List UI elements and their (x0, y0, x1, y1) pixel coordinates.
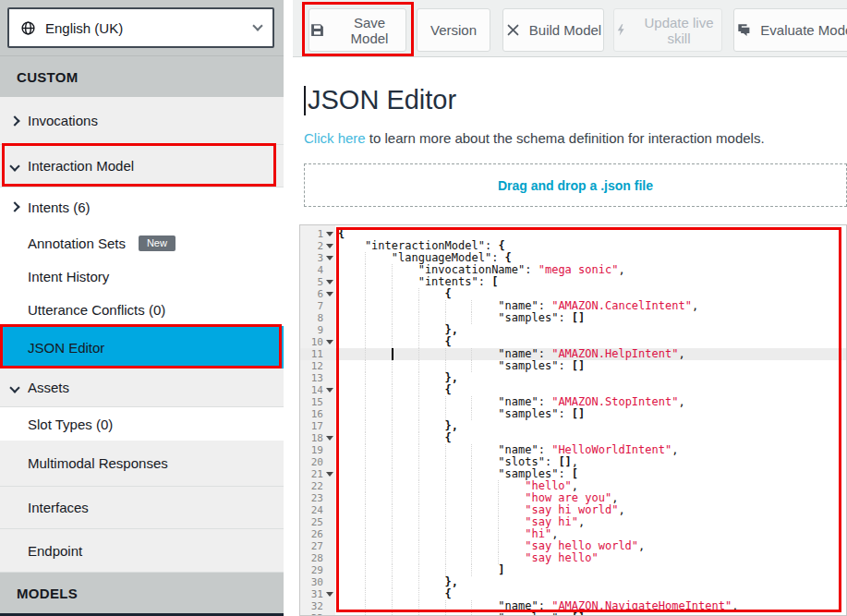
line-number: 7 (300, 300, 335, 312)
code-text: }, (335, 372, 846, 384)
fold-arrow-icon[interactable] (326, 472, 333, 477)
fold-arrow-icon[interactable] (326, 340, 333, 344)
line-number: 11 (300, 348, 335, 360)
build-tools-icon (505, 22, 521, 38)
line-number: 30 (300, 576, 335, 588)
chevron-down-icon (9, 382, 19, 393)
sidebar-item-intent-history[interactable]: Intent History (0, 260, 284, 293)
toolbar-button-version[interactable]: Version (417, 8, 490, 52)
sidebar-item-endpoint[interactable]: Endpoint (0, 529, 284, 573)
sidebar-item-label: Invocations (28, 113, 98, 128)
line-number: 18 (300, 432, 335, 444)
line-number: 28 (300, 552, 335, 564)
sidebar-item-utterance-conflicts-0[interactable]: Utterance Conflicts (0) (0, 293, 284, 326)
toolbar-button-save-model[interactable]: Save Model (309, 8, 406, 52)
toolbar-button-build-model[interactable]: Build Model (502, 8, 604, 52)
toolbar-button-label: Update live skill (636, 15, 721, 46)
fold-arrow-icon[interactable] (326, 280, 333, 284)
section-header-custom: CUSTOM (0, 55, 284, 97)
code-line: 30}, (300, 576, 846, 588)
sidebar-item-label: Interfaces (28, 500, 89, 515)
line-number: 8 (300, 312, 335, 324)
sidebar-item-label: Intents (6) (28, 199, 91, 215)
floppy-icon (309, 22, 325, 38)
sidebar-item-interaction-model[interactable]: Interaction Model (0, 145, 284, 187)
toolbar-button-label: Evaluate Model (760, 22, 847, 38)
code-text: }, (335, 576, 846, 588)
toolbar-button-label: Version (430, 22, 477, 38)
fold-arrow-icon[interactable] (326, 256, 333, 260)
code-line: 28"say hello" (300, 552, 846, 564)
click-here-link[interactable]: Click here (304, 130, 366, 146)
code-text: "intents": [ (335, 276, 846, 288)
sidebar-item-slot-types-0[interactable]: Slot Types (0) (0, 407, 284, 441)
sidebar-item-label: JSON Editor (28, 340, 104, 356)
new-badge: New (139, 236, 175, 251)
fold-arrow-icon[interactable] (326, 436, 333, 441)
sidebar-item-label: Annotation Sets (28, 236, 126, 251)
code-line: 2"interactionModel": { (300, 240, 846, 252)
fold-arrow-icon[interactable] (326, 244, 333, 248)
code-line: 25"say hi", (300, 516, 846, 528)
toolbar-button-update-live-skill: Update live skill (613, 8, 722, 52)
line-number: 10 (300, 336, 335, 348)
fold-arrow-icon[interactable] (326, 592, 333, 597)
sidebar-item-label: Multimodal Responses (28, 455, 168, 471)
line-number: 12 (300, 360, 335, 372)
code-text: ] (335, 564, 846, 576)
line-number: 17 (300, 420, 335, 432)
chevron-right-icon (9, 201, 19, 211)
line-number: 6 (300, 288, 335, 300)
fold-arrow-icon[interactable] (326, 232, 333, 236)
code-text: "name": "AMAZON.CancelIntent", (335, 300, 846, 312)
code-text: "samples": [] (335, 408, 846, 420)
line-number: 22 (300, 480, 335, 492)
sidebar-item-annotation-sets[interactable]: Annotation SetsNew (0, 226, 284, 260)
sidebar-top-band: English (UK) CUSTOM (0, 0, 284, 97)
code-text: "samples": [] (335, 312, 846, 324)
fold-arrow-icon[interactable] (326, 388, 333, 393)
sidebar-item-invocations[interactable]: Invocations (0, 97, 284, 145)
sidebar-item-assets[interactable]: Assets (0, 368, 284, 407)
chevron-down-icon (9, 161, 19, 171)
code-text: "samples": [ (335, 468, 846, 480)
code-line: 8"samples": [] (300, 312, 846, 324)
sidebar-item-interfaces[interactable]: Interfaces (0, 487, 284, 529)
line-number: 1 (300, 228, 335, 240)
code-text: "samples": [] (335, 360, 846, 372)
subtitle: Click here to learn more about the schem… (304, 130, 765, 146)
line-number: 19 (300, 444, 335, 456)
sidebar-item-json-editor[interactable]: JSON Editor (0, 326, 284, 368)
sidebar-nav: InvocationsInteraction ModelIntents (6)A… (0, 97, 284, 573)
line-number: 4 (300, 264, 335, 276)
sidebar-item-intents-6[interactable]: Intents (6) (0, 187, 284, 226)
code-line: 16"samples": [] (300, 408, 846, 420)
line-number: 27 (300, 540, 335, 552)
sidebar-item-label: Intent History (28, 269, 109, 284)
code-text: "say hi", (335, 516, 846, 528)
code-text: "name": "AMAZON.HelpIntent", (335, 348, 846, 360)
json-code-editor[interactable]: 1{2"interactionModel": {3"languageModel"… (299, 224, 847, 616)
language-selector[interactable]: English (UK) (7, 7, 274, 48)
code-text: "slots": [], (335, 456, 846, 468)
sidebar-item-label: Slot Types (0) (28, 417, 113, 432)
fold-arrow-icon[interactable] (326, 292, 333, 296)
sidebar-item-label: Interaction Model (28, 158, 134, 174)
line-number: 23 (300, 492, 335, 504)
line-number: 15 (300, 396, 335, 408)
code-line: 9}, (300, 324, 846, 336)
dropzone-label: Drag and drop a .json file (498, 178, 653, 193)
code-line: 5"intents": [ (300, 276, 846, 288)
code-line: 13}, (300, 372, 846, 384)
line-number: 3 (300, 252, 335, 264)
line-number: 20 (300, 456, 335, 468)
json-file-dropzone[interactable]: Drag and drop a .json file (304, 163, 847, 207)
sidebar-item-multimodal-responses[interactable]: Multimodal Responses (0, 441, 284, 487)
toolbar: Save ModelVersionBuild ModelUpdate live … (293, 0, 847, 57)
code-text: "say hi world", (335, 504, 846, 516)
lightning-icon (614, 22, 628, 38)
chevron-right-icon (9, 115, 19, 126)
code-text: "name": "HelloWorldIntent", (335, 444, 846, 456)
toolbar-button-evaluate-model[interactable]: Evaluate Model (733, 8, 847, 52)
sidebar-item-label: Assets (28, 380, 69, 395)
